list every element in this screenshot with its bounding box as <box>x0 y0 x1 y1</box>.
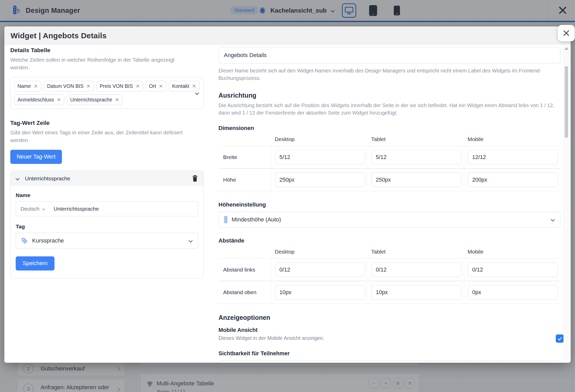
chevron-down-icon <box>16 177 20 180</box>
accordion-title: Unterrichtssprache <box>25 175 70 182</box>
tag-wert-description: Gibt den Wert eines Tags in einer Zeile … <box>10 129 193 144</box>
column-header-tablet: Tablet <box>368 249 464 258</box>
breite-desktop-input[interactable]: 5/12 <box>275 150 365 164</box>
hoehe-mobile-input[interactable]: 200px <box>468 173 558 187</box>
dimensionen-heading: Dimensionen <box>218 125 560 132</box>
chip-label: Kontakt <box>172 83 189 89</box>
new-tag-wert-button[interactable]: Neuer Tag-Wert <box>10 150 62 164</box>
tag-wert-heading: Tag-Wert Zeile <box>10 120 204 126</box>
chip-label: Preis VON BIS <box>100 83 133 89</box>
hoeheneinstellung-select[interactable]: Mindesthöhe (Auto) <box>218 212 560 228</box>
hoehe-desktop-input[interactable]: 250px <box>275 173 365 187</box>
column-header-desktop: Desktop <box>271 136 368 146</box>
chip-remove-icon[interactable]: ✕ <box>86 84 90 89</box>
abstand-oben-tablet-input[interactable]: 10px <box>371 285 461 300</box>
chip[interactable]: Ort✕ <box>146 81 166 91</box>
breite-tablet-input[interactable]: 5/12 <box>371 150 461 164</box>
scroll-up-arrow[interactable] <box>564 47 569 50</box>
hoehe-tablet-input[interactable]: 250px <box>371 173 461 187</box>
modal-close-button[interactable] <box>558 25 575 41</box>
details-table-description: Welche Zeilen sollen in welcher Reihenfo… <box>10 56 190 71</box>
chevron-down-icon <box>42 208 45 210</box>
mobile-ansicht-heading: Mobile Ansicht <box>218 327 560 333</box>
modal-scrollbar[interactable] <box>563 46 569 360</box>
accordion-header[interactable]: Unterrichtssprache <box>11 171 203 186</box>
chip-remove-icon[interactable]: ✕ <box>159 84 163 89</box>
abstand-links-desktop-input[interactable]: 0/12 <box>275 263 365 277</box>
tag-select[interactable]: Kurssprache <box>16 233 198 249</box>
row-name-input[interactable]: Deutsch Unterrichtssprache <box>16 201 198 216</box>
trash-icon <box>192 175 198 182</box>
hoeheneinstellung-heading: Höheneinstellung <box>218 201 560 208</box>
row-label: Breite <box>218 146 271 169</box>
chip-remove-icon[interactable]: ✕ <box>136 84 140 89</box>
mobile-ansicht-description: Dieses Widget in der Mobile Ansicht anze… <box>218 334 324 342</box>
modal-header: Widget | Angebots Details <box>4 26 571 45</box>
abstand-oben-desktop-input[interactable]: 10px <box>275 285 365 300</box>
abstand-oben-mobile-input[interactable]: 0px <box>468 285 558 300</box>
modal-title: Widget | Angebots Details <box>11 31 107 40</box>
table-corner <box>218 249 271 258</box>
abstand-links-mobile-input[interactable]: 0/12 <box>468 263 558 277</box>
close-icon <box>562 29 570 37</box>
widget-name-hint: Dieser Name bezieht sich auf den Widget-… <box>218 67 560 82</box>
breite-mobile-input[interactable]: 12/12 <box>468 150 558 164</box>
modal-left-column: Details Tabelle Welche Zeilen sollen in … <box>10 47 204 278</box>
column-header-desktop: Desktop <box>271 249 368 258</box>
language-select-value: Deutsch <box>21 206 39 212</box>
chip[interactable]: Preis VON BIS✕ <box>96 81 143 91</box>
check-icon <box>557 336 563 341</box>
abstaende-heading: Abstände <box>218 237 560 244</box>
design-manager-screen: Design Manager Standard Kachelansicht_su… <box>0 0 575 392</box>
chip[interactable]: Name✕ <box>14 81 41 91</box>
name-label: Name <box>16 192 198 198</box>
chip-remove-icon[interactable]: ✕ <box>115 97 119 102</box>
delete-tag-wert-button[interactable] <box>192 175 198 182</box>
chevron-down-icon[interactable] <box>195 91 199 95</box>
abstaende-table: Desktop Tablet Mobile Abstand links 0/12… <box>218 249 560 304</box>
row-label: Abstand links <box>218 258 271 281</box>
row-name-value: Unterrichtssprache <box>53 206 99 212</box>
chip-label: Datum VON BIS <box>47 83 84 89</box>
chip[interactable]: Kontakt✕ <box>169 81 199 91</box>
chip[interactable]: Datum VON BIS✕ <box>44 81 94 91</box>
chip-remove-icon[interactable]: ✕ <box>57 97 61 102</box>
table-corner <box>218 136 271 146</box>
save-button[interactable]: Speichern <box>16 256 54 270</box>
anzeigeoptionen-heading: Anzeigeoptionen <box>218 314 560 321</box>
chevron-down-icon <box>551 218 555 221</box>
chip-label: Ort <box>149 83 156 89</box>
chip[interactable]: Anmeldeschluss✕ <box>14 95 64 105</box>
ruler-icon <box>224 216 227 223</box>
mobile-ansicht-checkbox[interactable] <box>556 334 564 343</box>
chip-label: Name <box>17 83 31 89</box>
scrollbar-thumb[interactable] <box>565 66 568 138</box>
sichtbarkeit-heading: Sichtbarkeit für Teilnehmer <box>218 350 560 357</box>
details-table-heading: Details Tabelle <box>10 47 204 54</box>
tag-select-value: Kurssprache <box>32 237 64 244</box>
tag-wert-accordion: Unterrichtssprache Name Deutsch <box>10 171 204 278</box>
row-label: Abstand oben <box>218 281 271 304</box>
chip-label: Anmeldeschluss <box>17 97 54 103</box>
chip-remove-icon[interactable]: ✕ <box>34 84 38 89</box>
chip-remove-icon[interactable]: ✕ <box>192 84 196 89</box>
language-select[interactable]: Deutsch <box>21 206 46 212</box>
chip-label: Unterrichtssprache <box>70 97 112 103</box>
tag-label: Tag <box>16 223 198 230</box>
column-header-mobile: Mobile <box>464 249 560 258</box>
chip[interactable]: Unterrichtssprache✕ <box>67 95 123 105</box>
hoeheneinstellung-value: Mindesthöhe (Auto) <box>232 216 281 223</box>
widget-settings-modal: Widget | Angebots Details Details Tabell… <box>4 26 571 363</box>
tag-icon <box>21 237 28 244</box>
dimensionen-table: Desktop Tablet Mobile Breite 5/12 5/12 1… <box>218 136 560 191</box>
sichtbarkeit-select[interactable]: Für alle Besucher sichtbar <box>218 360 560 363</box>
modal-body: Details Tabelle Welche Zeilen sollen in … <box>4 45 571 363</box>
details-table-rows-input[interactable]: Name✕ Datum VON BIS✕ Preis VON BIS✕ Ort✕… <box>10 77 204 109</box>
widget-name-input[interactable]: Angebots Details <box>218 47 560 63</box>
modal-right-column: Angebots Details Dieser Name bezieht sic… <box>218 47 560 363</box>
accordion-body: Name Deutsch Unterrichtssprache Tag <box>11 186 203 278</box>
abstand-links-tablet-input[interactable]: 0/12 <box>371 263 461 277</box>
column-header-tablet: Tablet <box>368 136 464 146</box>
column-header-mobile: Mobile <box>464 136 560 146</box>
row-label: Höhe <box>218 169 271 191</box>
